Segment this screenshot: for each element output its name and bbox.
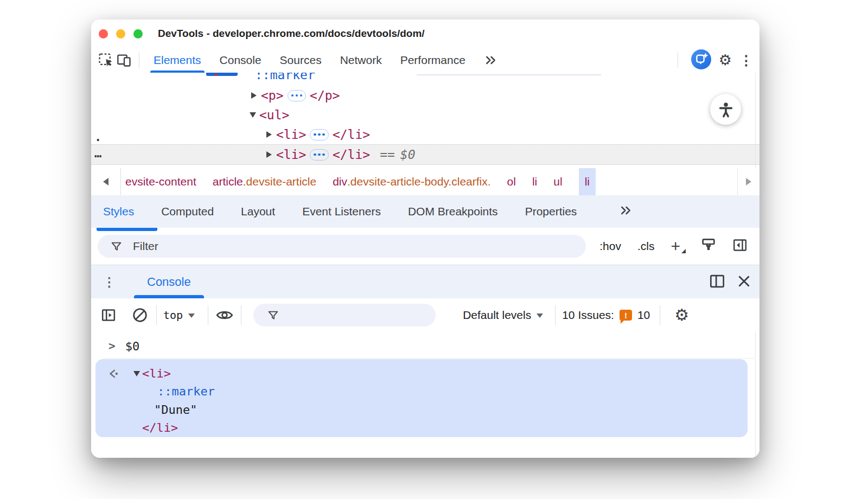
active-tab-underline bbox=[150, 71, 205, 73]
more-tabs-chevron-icon[interactable] bbox=[619, 204, 633, 219]
device-toolbar-icon[interactable] bbox=[115, 51, 133, 69]
tab-performance[interactable]: Performance bbox=[400, 48, 465, 73]
live-expression-eye-icon[interactable] bbox=[215, 305, 234, 325]
main-toolbar: Elements Console Sources Network Perform… bbox=[91, 48, 760, 73]
settings-gear-icon[interactable]: ⚙ bbox=[719, 53, 732, 68]
elements-tree-panel: ::marker <p> </p> <ul> <li> </li> <li> <… bbox=[91, 73, 760, 168]
console-echo-expression: $0 bbox=[125, 340, 140, 353]
drawer-kebab-menu-icon[interactable]: ⋮ bbox=[103, 275, 116, 290]
breadcrumb-item[interactable]: ol bbox=[507, 168, 516, 195]
tab-network[interactable]: Network bbox=[340, 48, 382, 73]
expand-arrow-icon[interactable] bbox=[266, 151, 272, 158]
split-panel-icon[interactable] bbox=[709, 274, 725, 291]
scrollbar-gutter bbox=[755, 73, 756, 168]
breadcrumb-item[interactable]: div.devsite-article-body.clearfix. bbox=[333, 168, 490, 195]
tab-layout[interactable]: Layout bbox=[241, 205, 275, 218]
more-tabs-chevron-icon[interactable] bbox=[484, 48, 498, 73]
collapse-arrow-icon[interactable] bbox=[250, 112, 256, 118]
ellipsis-expand-button[interactable] bbox=[288, 90, 307, 101]
drawer-header-actions bbox=[709, 274, 751, 291]
clipped-text-fragment: … bbox=[94, 146, 102, 160]
console-settings-gear-icon[interactable]: ⚙ bbox=[674, 307, 689, 323]
clipped-row-remnant bbox=[417, 74, 601, 75]
zoom-window-button[interactable] bbox=[133, 29, 143, 39]
scrollbar-gutter bbox=[755, 332, 756, 458]
toggle-element-classes-button[interactable]: .cls bbox=[637, 240, 655, 253]
tree-row-p[interactable]: <p> </p> bbox=[91, 86, 760, 105]
ai-assistant-icon[interactable] bbox=[691, 49, 711, 72]
tab-styles[interactable]: Styles bbox=[103, 205, 134, 218]
console-input-echo-row: > $0 bbox=[103, 334, 754, 359]
tree-row-li-selected[interactable]: <li> </li> == $0 bbox=[91, 144, 760, 165]
console-filter-input[interactable] bbox=[279, 309, 411, 322]
chevron-down-icon bbox=[537, 314, 543, 318]
clipped-red-dot bbox=[215, 73, 218, 76]
collapse-arrow-icon[interactable] bbox=[133, 371, 140, 376]
close-drawer-icon[interactable] bbox=[737, 274, 751, 290]
breadcrumb-item[interactable]: ul bbox=[553, 168, 562, 195]
ellipsis-expand-button[interactable] bbox=[310, 149, 329, 161]
dollar-zero-reference: $0 bbox=[400, 148, 416, 162]
issues-badge-icon: ! bbox=[620, 310, 632, 321]
new-style-rule-button[interactable]: + bbox=[671, 238, 685, 254]
kebab-menu-icon[interactable]: ⋮ bbox=[739, 54, 753, 67]
console-filter-field[interactable] bbox=[253, 304, 436, 327]
tab-console[interactable]: Console bbox=[220, 48, 261, 73]
console-result-entry[interactable]: <li> ::marker "Dune" </li> bbox=[95, 359, 748, 437]
window-title: DevTools - developer.chrome.com/docs/dev… bbox=[158, 28, 425, 40]
tab-dom-breakpoints[interactable]: DOM Breakpoints bbox=[408, 205, 498, 218]
ellipsis-expand-button[interactable] bbox=[310, 129, 329, 140]
styles-filter-input[interactable] bbox=[132, 239, 514, 253]
tab-properties[interactable]: Properties bbox=[525, 205, 577, 218]
panel-tabs: Elements Console Sources Network Perform… bbox=[154, 48, 498, 73]
log-levels-dropdown[interactable]: Default levels bbox=[463, 309, 543, 322]
inspect-element-icon[interactable] bbox=[97, 51, 115, 69]
tab-computed[interactable]: Computed bbox=[161, 205, 214, 218]
tree-row-li-1[interactable]: <li> </li> bbox=[91, 125, 760, 144]
accessibility-overlay-button[interactable] bbox=[710, 94, 741, 125]
tree-row-ul[interactable]: <ul> bbox=[91, 105, 760, 125]
result-text-node: "Dune" bbox=[154, 403, 197, 417]
breadcrumb-item[interactable]: article.devsite-article bbox=[213, 168, 316, 195]
close-window-button[interactable] bbox=[99, 29, 108, 39]
breadcrumb: evsite-content article.devsite-article d… bbox=[125, 168, 596, 195]
breadcrumb-back-button[interactable] bbox=[91, 168, 121, 195]
dock-sidebar-icon[interactable] bbox=[732, 238, 748, 255]
drawer-tab-console[interactable]: Console bbox=[147, 265, 191, 299]
tab-elements[interactable]: Elements bbox=[154, 48, 201, 73]
styles-filter-field[interactable] bbox=[98, 235, 586, 258]
tab-event-listeners[interactable]: Event Listeners bbox=[302, 205, 381, 218]
breadcrumb-forward-button[interactable] bbox=[737, 168, 760, 195]
expand-arrow-icon[interactable] bbox=[266, 131, 272, 138]
console-log-area: > $0 <li> ::marker "Dune" </ bbox=[91, 332, 760, 458]
accessibility-person-icon bbox=[718, 101, 734, 118]
context-selector-dropdown[interactable]: top bbox=[163, 309, 195, 322]
toolbar-right-icons: ⚙ ⋮ bbox=[672, 49, 753, 72]
styles-sidebar-tabs: Styles Computed Layout Event Listeners D… bbox=[91, 195, 760, 228]
devtools-window: DevTools - developer.chrome.com/docs/dev… bbox=[91, 20, 760, 458]
breadcrumb-item[interactable]: li bbox=[532, 168, 537, 195]
result-li-open-tag: <li> bbox=[142, 367, 171, 380]
console-sidebar-toggle-icon[interactable] bbox=[99, 305, 118, 325]
issues-counter-button[interactable]: 10 Issues: ! 10 bbox=[562, 309, 650, 322]
rendering-emulations-brush-icon[interactable] bbox=[701, 238, 716, 255]
filter-funnel-icon bbox=[111, 241, 122, 252]
toolbar-separator bbox=[678, 53, 678, 68]
console-drawer-header: ⋮ Console bbox=[91, 265, 760, 299]
expand-arrow-icon[interactable] bbox=[251, 92, 257, 99]
returned-value-icon bbox=[107, 368, 119, 379]
minimize-window-button[interactable] bbox=[116, 29, 125, 39]
tab-sources[interactable]: Sources bbox=[280, 48, 322, 73]
toolbar-separator bbox=[241, 305, 241, 325]
breadcrumb-item-selected[interactable]: li bbox=[579, 168, 596, 195]
console-prompt-chevron: > bbox=[108, 340, 116, 353]
toolbar-separator bbox=[156, 305, 157, 325]
dom-breadcrumb-bar: evsite-content article.devsite-article d… bbox=[91, 168, 760, 196]
breadcrumb-item[interactable]: evsite-content bbox=[125, 168, 196, 195]
titlebar: DevTools - developer.chrome.com/docs/dev… bbox=[91, 20, 760, 48]
clipped-text-fragment: . bbox=[94, 130, 101, 144]
clipped-pseudo-element[interactable]: ::marker bbox=[255, 73, 315, 82]
clear-console-icon[interactable] bbox=[130, 305, 150, 325]
toolbar-separator bbox=[139, 53, 139, 68]
toggle-hover-state-button[interactable]: :hov bbox=[599, 240, 621, 253]
